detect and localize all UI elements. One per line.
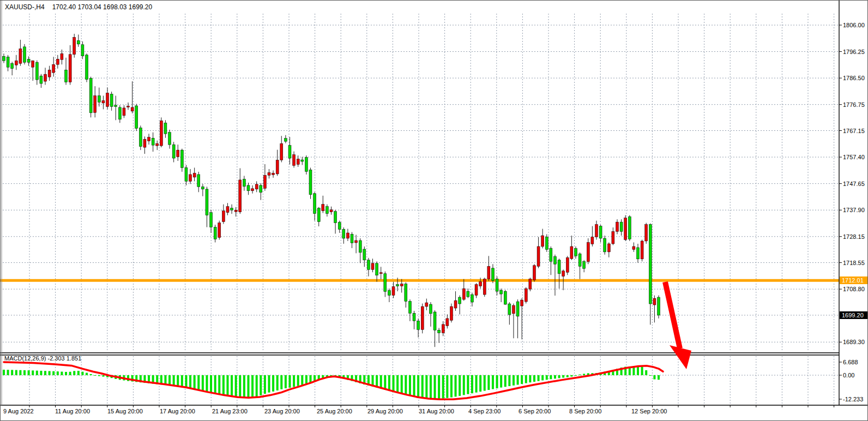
price-axis-label: 1786.50 <box>843 75 865 81</box>
time-axis-label: 17 Aug 20:00 <box>160 408 195 414</box>
chart-title: XAUUSD-,H41702.40 1703.04 1698.03 1699.2… <box>5 3 152 11</box>
mt4-chart-window: XAUUSD-,H41702.40 1703.04 1698.03 1699.2… <box>0 0 868 421</box>
price-axis-label: 1718.55 <box>843 260 865 266</box>
ohlc-readout: 1702.40 1703.04 1698.03 1699.20 <box>52 3 153 11</box>
macd-main-value: -2.303 <box>47 355 64 362</box>
macd-axis-label: 0.00 <box>843 372 854 378</box>
macd-histogram <box>3 366 660 399</box>
chart-canvas[interactable] <box>1 1 868 421</box>
symbol-period-label: XAUUSD-,H4 <box>5 3 45 11</box>
price-axis-label: 1767.15 <box>843 128 865 134</box>
price-axis-label: 1806.00 <box>843 22 865 28</box>
time-axis-label: 31 Aug 20:00 <box>419 408 454 414</box>
price-axis-label: 1728.15 <box>843 233 865 240</box>
time-axis-label: 4 Sep 23:00 <box>468 408 501 414</box>
price-axis-label: 1757.40 <box>843 154 865 160</box>
price-axis-label: 1796.25 <box>843 49 865 55</box>
time-axis-label: 29 Aug 20:00 <box>367 408 403 414</box>
price-axis-label: 1737.90 <box>843 207 865 213</box>
price-axis-label: 1708.80 <box>843 286 865 292</box>
time-axis-label: 25 Aug 20:00 <box>317 408 352 414</box>
time-axis-label: 12 Sep 20:00 <box>631 408 667 414</box>
time-axis-label: 9 Aug 2022 <box>3 408 34 414</box>
macd-name: MACD(12,26,9) <box>4 355 46 362</box>
price-axis-label: 1689.30 <box>843 339 865 345</box>
candle-series <box>3 34 660 347</box>
time-axis-label: 21 Aug 23:00 <box>212 408 248 414</box>
time-axis-label: 15 Aug 20:00 <box>107 408 143 414</box>
time-axis-label: 23 Aug 20:00 <box>264 408 300 414</box>
macd-signal-value: 1.851 <box>67 355 82 362</box>
time-axis-label: 11 Aug 20:00 <box>55 408 90 414</box>
price-axis-label: 1747.65 <box>843 181 865 187</box>
macd-axis-label: 6.688 <box>843 359 858 365</box>
price-axis-label: 1776.75 <box>843 101 865 108</box>
time-axis-label: 6 Sep 20:00 <box>519 408 551 414</box>
hline-price-badge: 1712.01 <box>840 276 868 284</box>
macd-label: MACD(12,26,9) -2.303 1.851 <box>4 355 81 362</box>
time-axis-label: 8 Sep 20:00 <box>569 408 601 414</box>
macd-signal-line <box>4 362 663 399</box>
macd-axis-label: -12.233 <box>843 396 863 402</box>
current-price-badge: 1699.20 <box>840 311 868 319</box>
